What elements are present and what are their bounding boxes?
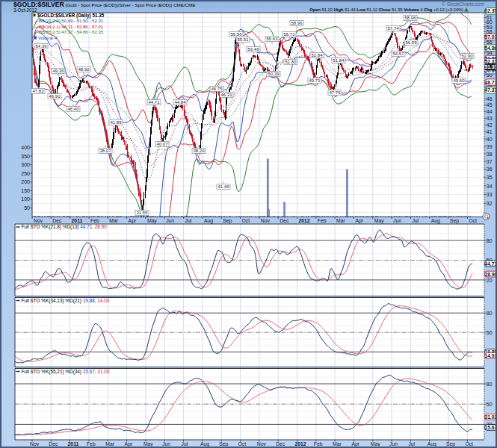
svg-text:51.80: 51.80 [285, 60, 297, 64]
svg-text:41.89: 41.89 [110, 120, 122, 125]
svg-text:350: 350 [21, 154, 30, 159]
svg-text:Full STO %K(55,21) %D(34) 15.6: Full STO %K(55,21) %D(34) 15.67, 31.03 [22, 369, 110, 375]
svg-text:Jun: Jun [166, 218, 174, 223]
svg-text:Apr: Apr [129, 218, 137, 224]
svg-text:Jul: Jul [182, 441, 188, 447]
svg-text:49.60: 49.60 [453, 78, 465, 83]
svg-text:Sep: Sep [223, 218, 232, 224]
svg-text:55.51: 55.51 [237, 37, 249, 42]
svg-text:50: 50 [487, 402, 493, 407]
svg-text:54.36: 54.36 [35, 44, 47, 49]
svg-text:© StockCharts.com: © StockCharts.com [442, 1, 484, 7]
svg-text:$GOLD:$SILVER (Daily) 51.35: $GOLD:$SILVER (Daily) 51.35 [37, 13, 105, 19]
svg-text:32: 32 [487, 201, 493, 206]
svg-text:2011: 2011 [68, 441, 79, 447]
svg-text:58.96: 58.96 [404, 16, 416, 20]
svg-text:56.56: 56.56 [230, 32, 242, 37]
svg-text:44.71: 44.71 [148, 100, 160, 105]
svg-text:Apr: Apr [125, 441, 133, 447]
svg-text:20: 20 [487, 278, 493, 283]
svg-text:31.55: 31.55 [136, 211, 148, 215]
svg-text:Dec: Dec [49, 441, 58, 447]
svg-text:50: 50 [24, 205, 30, 211]
svg-text:Jul: Jul [185, 218, 192, 223]
svg-text:44: 44 [487, 109, 493, 114]
svg-text:Open 51.22 High 51.44 Low 51.1: Open 51.22 High 51.44 Low 51.12 Close 51… [309, 7, 463, 12]
svg-text:47.76: 47.76 [329, 90, 341, 95]
svg-text:Jul: Jul [408, 441, 415, 447]
svg-text:Nov: Nov [261, 218, 271, 223]
svg-text:28.90: 28.90 [485, 272, 497, 277]
svg-text:38: 38 [487, 152, 493, 157]
svg-text:50.39: 50.39 [268, 72, 280, 76]
svg-text:100: 100 [21, 196, 30, 202]
svg-text:—BB(55,2.5) 47.37 - 54.86 - 62: —BB(55,2.5) 47.37 - 54.86 - 62.35 [34, 30, 104, 34]
svg-text:80: 80 [487, 238, 493, 243]
svg-text:400: 400 [21, 145, 30, 150]
svg-text:14.03: 14.03 [485, 353, 497, 358]
svg-text:Oct: Oct [469, 218, 477, 223]
svg-text:53.49: 53.49 [247, 47, 259, 52]
svg-text:44.71: 44.71 [485, 261, 497, 267]
svg-text:47.82: 47.82 [32, 89, 44, 93]
svg-text:Nov: Nov [30, 441, 40, 447]
svg-text:41: 41 [487, 129, 493, 134]
svg-text:Volume 4: Volume 4 [38, 36, 58, 40]
svg-text:49.36: 49.36 [52, 69, 64, 73]
svg-text:Jun: Jun [389, 441, 398, 447]
svg-text:50: 50 [487, 330, 493, 335]
svg-text:Sep: Sep [219, 441, 228, 447]
svg-text:—BB(21,2.0) 50.69 - 51.50 - 52: —BB(21,2.0) 50.69 - 51.50 - 52.31 [34, 19, 104, 23]
svg-text:Mar: Mar [333, 441, 342, 447]
svg-text:Feb: Feb [87, 441, 96, 447]
svg-text:Full STO %K(21,8) %D(13) 44.71: Full STO %K(21,8) %D(13) 44.71, 28.90 [22, 224, 108, 230]
svg-text:2012: 2012 [299, 218, 310, 223]
svg-text:48.92: 48.92 [78, 67, 90, 72]
svg-text:42: 42 [487, 122, 493, 128]
svg-text:34: 34 [487, 184, 493, 189]
svg-text:15.67: 15.67 [485, 425, 497, 430]
svg-text:57.01: 57.01 [485, 34, 497, 40]
svg-text:58.96: 58.96 [291, 21, 303, 25]
svg-text:Sep: Sep [450, 218, 459, 224]
svg-text:Apr: Apr [351, 441, 359, 447]
svg-text:57.74: 57.74 [387, 26, 399, 31]
svg-text:45: 45 [487, 102, 493, 108]
svg-text:Nov: Nov [34, 218, 43, 223]
svg-text:300: 300 [21, 162, 30, 167]
svg-text:Oct: Oct [242, 218, 250, 223]
svg-text:43: 43 [487, 116, 493, 121]
svg-text:80: 80 [487, 382, 493, 387]
svg-text:35: 35 [487, 175, 493, 180]
svg-text:46.75: 46.75 [211, 87, 223, 91]
svg-text:46.91: 46.91 [49, 94, 61, 99]
svg-text:40: 40 [487, 137, 493, 142]
svg-text:51.84: 51.84 [333, 58, 345, 63]
svg-text:Oct: Oct [465, 441, 473, 447]
svg-text:Aug: Aug [427, 441, 436, 447]
svg-text:41.46: 41.46 [217, 184, 229, 189]
svg-text:3-Oct-2012: 3-Oct-2012 [13, 7, 37, 13]
svg-text:31.03: 31.03 [485, 414, 497, 420]
svg-text:55.63: 55.63 [266, 37, 278, 41]
svg-text:62.35: 62.35 [485, 8, 497, 13]
svg-text:36: 36 [487, 167, 493, 172]
svg-text:Feb: Feb [318, 218, 327, 223]
svg-text:51.35: 51.35 [485, 64, 497, 69]
svg-text:Dec: Dec [276, 441, 285, 447]
svg-text:Aug: Aug [204, 218, 213, 224]
svg-text:2011: 2011 [72, 218, 83, 223]
svg-text:150: 150 [21, 188, 30, 193]
svg-text:44.84: 44.84 [174, 100, 186, 105]
svg-text:46: 46 [487, 96, 493, 102]
svg-text:Full STO %K(34,13) %D(21) 19.8: Full STO %K(34,13) %D(21) 19.88, 14.03 [22, 298, 110, 304]
svg-text:Oct: Oct [238, 441, 247, 447]
svg-text:54.86: 54.86 [485, 46, 497, 51]
svg-text:Feb: Feb [90, 218, 99, 223]
svg-text:Feb: Feb [314, 441, 323, 447]
svg-text:49.71: 49.71 [309, 78, 321, 83]
svg-text:38.29: 38.29 [193, 149, 205, 153]
svg-text:Jun: Jun [162, 441, 170, 447]
svg-text:47.37: 47.37 [485, 87, 497, 93]
svg-text:May: May [147, 218, 157, 224]
